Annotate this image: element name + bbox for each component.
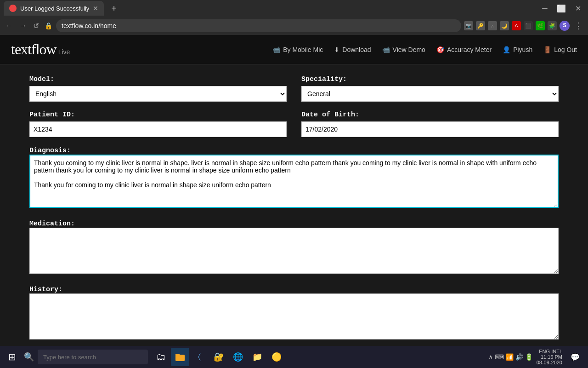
profile-avatar[interactable]: S: [560, 21, 570, 31]
tray-volume-icon[interactable]: 🔊: [515, 353, 523, 361]
taskbar-folder-icon[interactable]: [171, 348, 189, 366]
start-button[interactable]: ⊞: [4, 349, 20, 365]
nav-mobile-mic-label: By Mobile Mic: [283, 46, 323, 53]
main-content: Model: English Hindi Tamil Telugu Bengal…: [0, 64, 588, 351]
nav-links: 📹 By Mobile Mic ⬇ Download 📹 View Demo 🎯…: [272, 46, 577, 53]
user-icon: 👤: [503, 46, 510, 53]
browser-tab[interactable]: User Logged Successfully ✕: [4, 1, 104, 16]
nav-accuracy-meter[interactable]: 🎯 Accuracy Meter: [436, 46, 492, 53]
camera-icon[interactable]: 📷: [464, 21, 473, 30]
patient-id-group: Patient ID:: [29, 111, 287, 137]
nav-download[interactable]: ⬇ Download: [334, 46, 371, 53]
patient-id-input[interactable]: [29, 121, 287, 137]
nav-view-demo[interactable]: 📹 View Demo: [382, 46, 425, 53]
taskbar-keepass-icon[interactable]: 🔐: [209, 348, 228, 366]
speciality-select[interactable]: General Cardiology Neurology Orthopedics…: [301, 86, 559, 102]
svg-rect-1: [175, 354, 180, 356]
brand-textflow: textflow: [11, 41, 57, 58]
ext1-icon[interactable]: ⬛: [524, 21, 533, 30]
diagnosis-group: Diagnosis: Thank you coming to my clinic…: [29, 146, 559, 210]
view-demo-icon: 📹: [382, 46, 390, 53]
download-icon: ⬇: [334, 46, 339, 53]
new-tab-button[interactable]: +: [111, 3, 117, 14]
dob-input[interactable]: [301, 121, 559, 137]
model-group: Model: English Hindi Tamil Telugu Bengal…: [29, 75, 287, 102]
moon-icon[interactable]: 🌙: [500, 21, 509, 30]
nav-mobile-mic[interactable]: 📹 By Mobile Mic: [272, 46, 323, 53]
taskbar-icons: 🗂 〈 🔐 🌐 📁 🟡: [152, 348, 286, 366]
browser-chrome: User Logged Successfully ✕ + ─ ⬜ ✕ ← → ↺…: [0, 0, 588, 35]
forward-button[interactable]: →: [17, 21, 28, 31]
nav-logout-label: Log Out: [554, 46, 577, 53]
history-label: History:: [29, 286, 62, 293]
refresh-button[interactable]: ↺: [31, 21, 41, 31]
model-select[interactable]: English Hindi Tamil Telugu Bengali: [29, 86, 287, 102]
patient-id-label: Patient ID:: [29, 111, 287, 119]
patient-dob-row: Patient ID: Date of Birth:: [29, 111, 559, 137]
mobile-mic-icon: 📹: [272, 46, 280, 53]
medication-group: Medication:: [29, 219, 559, 276]
tab-favicon: [9, 5, 17, 12]
nav-accuracy-label: Accuracy Meter: [447, 46, 492, 53]
tray-keyboard-icon: ⌨: [495, 353, 504, 361]
medication-label: Medication:: [29, 220, 75, 228]
dob-label: Date of Birth:: [301, 111, 559, 119]
key-icon[interactable]: 🔑: [476, 21, 485, 30]
taskbar-chrome-icon[interactable]: 🟡: [267, 348, 286, 366]
nav-logout[interactable]: 🚪 Log Out: [543, 46, 577, 53]
tab-close-button[interactable]: ✕: [93, 5, 98, 12]
nav-user[interactable]: 👤 Piyush: [503, 46, 532, 53]
app-container: textflow Live 📹 By Mobile Mic ⬇ Download…: [0, 35, 588, 351]
back-button[interactable]: ←: [4, 21, 15, 31]
taskbar-file-icon[interactable]: 📁: [248, 348, 266, 366]
speciality-group: Speciality: General Cardiology Neurology…: [301, 75, 559, 102]
tab-title: User Logged Successfully: [20, 5, 89, 12]
title-bar: User Logged Successfully ✕ + ─ ⬜ ✕: [0, 0, 588, 17]
ext2-icon[interactable]: 🌿: [536, 21, 545, 30]
taskbar: ⊞ 🔍 🗂 〈 🔐 🌐 📁 🟡 ∧ ⌨ 📶 🔊 🔋 ENG INTL 11:16…: [0, 346, 588, 368]
logout-icon: 🚪: [543, 46, 551, 53]
svg-rect-0: [175, 355, 185, 361]
tray-date: 08-09-2020: [537, 360, 562, 365]
diagnosis-label: Diagnosis:: [29, 147, 71, 155]
speciality-label: Speciality:: [301, 75, 559, 83]
model-label: Model:: [29, 75, 287, 83]
tray-icons: ∧ ⌨ 📶 🔊 🔋: [488, 353, 533, 361]
lock-icon: 🔒: [45, 22, 52, 30]
taskbar-search-input[interactable]: [38, 350, 148, 364]
tray-chevron-icon[interactable]: ∧: [488, 353, 493, 361]
address-bar-row: ← → ↺ 🔒 📷 🔑 ☆ 🌙 A ⬛ 🌿 🧩 S ⋮: [0, 17, 588, 35]
close-button[interactable]: ✕: [571, 2, 584, 15]
ext3-icon[interactable]: 🧩: [548, 21, 557, 30]
pdf-icon[interactable]: A: [512, 21, 521, 30]
taskbar-vscode-icon[interactable]: 〈: [190, 348, 209, 366]
tray-notification-icon[interactable]: 💬: [566, 348, 584, 366]
nav-download-label: Download: [342, 46, 371, 53]
dob-group: Date of Birth:: [301, 111, 559, 137]
address-input[interactable]: [56, 19, 461, 32]
menu-dots[interactable]: ⋮: [572, 21, 584, 31]
tray-network-icon[interactable]: 📶: [506, 353, 514, 361]
taskbar-explorer-icon[interactable]: 🗂: [152, 348, 170, 366]
accuracy-icon: 🎯: [436, 46, 444, 53]
brand-live: Live: [58, 48, 70, 56]
nav-user-label: Piyush: [513, 46, 532, 53]
navbar: textflow Live 📹 By Mobile Mic ⬇ Download…: [0, 35, 588, 64]
search-icon: 🔍: [24, 352, 34, 362]
diagnosis-textarea[interactable]: Thank you coming to my clinic liver is n…: [29, 155, 559, 208]
history-group: History:: [29, 285, 559, 342]
model-speciality-row: Model: English Hindi Tamil Telugu Bengal…: [29, 75, 559, 102]
tray-time: 11:16 PM: [541, 354, 562, 360]
minimize-button[interactable]: ─: [538, 2, 551, 15]
nav-view-demo-label: View Demo: [393, 46, 425, 53]
system-tray: ∧ ⌨ 📶 🔊 🔋 ENG INTL 11:16 PM 08-09-2020 💬: [488, 348, 584, 366]
history-textarea[interactable]: [29, 293, 559, 339]
taskbar-edge-icon[interactable]: 🌐: [229, 348, 247, 366]
tray-language: ENG INTL: [539, 349, 562, 354]
star-icon[interactable]: ☆: [488, 21, 497, 30]
maximize-button[interactable]: ⬜: [555, 2, 568, 15]
browser-icons: 📷 🔑 ☆ 🌙 A ⬛ 🌿 🧩 S ⋮: [464, 21, 584, 31]
brand: textflow Live: [11, 41, 70, 58]
tray-battery-icon[interactable]: 🔋: [525, 353, 533, 361]
medication-textarea[interactable]: [29, 228, 559, 274]
